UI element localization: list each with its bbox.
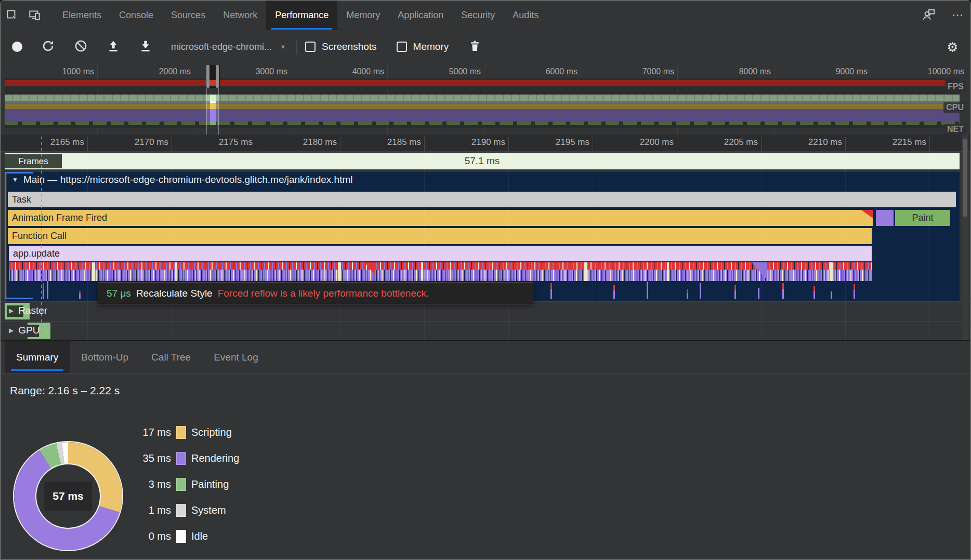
- legend-value: 0 ms: [119, 530, 171, 542]
- frame-duration-value: 57.1 ms: [5, 155, 960, 167]
- detail-ruler-tick: [929, 137, 930, 152]
- detail-ruler-label: 2170 ms: [90, 137, 168, 148]
- inspect-cursor-icon: [5, 8, 19, 22]
- legend-label: Painting: [191, 478, 229, 490]
- timeline-overview[interactable]: 1000 ms2000 ms3000 ms4000 ms5000 ms6000 …: [1, 64, 970, 135]
- performance-toolbar: microsoft-edge-chromi... ▼ Screenshots M…: [1, 31, 970, 63]
- detail-ruler-label: 2190 ms: [427, 137, 505, 148]
- tab-memory[interactable]: Memory: [337, 1, 389, 30]
- style-recalc-tick: [43, 283, 44, 299]
- track-selection-bracket-vertical: [5, 172, 6, 299]
- garbage-collect-button[interactable]: [468, 39, 481, 54]
- tab-console[interactable]: Console: [110, 1, 162, 30]
- legend-label: Rendering: [191, 452, 239, 464]
- disclosure-right-icon: ▶: [9, 307, 14, 314]
- legend-swatch-icon: [176, 452, 186, 465]
- disclosure-down-icon: ▼: [12, 176, 18, 183]
- detail-ruler-tick: [761, 137, 762, 152]
- toolbar-divider: [296, 39, 297, 55]
- overview-ruler-label: 10000 ms: [886, 67, 964, 76]
- overview-ruler-label: 7000 ms: [596, 67, 674, 76]
- more-options-button[interactable]: ⋯: [944, 1, 970, 30]
- main-thread-track[interactable]: ▼ Main — https://microsoft-edge-chromium…: [7, 172, 960, 301]
- style-recalc-tick: [758, 288, 759, 299]
- purple-wedge: [752, 262, 767, 280]
- detail-ruler-label: 2205 ms: [680, 137, 758, 148]
- main-track-header[interactable]: ▼ Main — https://microsoft-edge-chromium…: [12, 174, 352, 185]
- flame-bar-rendering-block[interactable]: [876, 210, 894, 226]
- recalculate-style-strip-bottom[interactable]: [9, 270, 872, 281]
- record-button[interactable]: [1, 42, 22, 52]
- detail-ruler-label: 2215 ms: [848, 137, 926, 148]
- flame-bar-app-update[interactable]: app.update: [9, 246, 872, 261]
- tab-network[interactable]: Network: [214, 1, 266, 30]
- legend-label: Idle: [191, 530, 208, 542]
- style-recalc-tick: [687, 289, 688, 299]
- flame-bar-task[interactable]: Task: [8, 192, 956, 207]
- tooltip-duration: 57 μs: [107, 288, 131, 299]
- detail-ruler-label: 2180 ms: [259, 137, 337, 148]
- details-tab-summary[interactable]: Summary: [5, 341, 70, 373]
- style-recalc-tick: [734, 285, 736, 299]
- caret-down-icon: ▼: [280, 44, 286, 50]
- detail-ruler-tick: [340, 137, 340, 152]
- tab-application[interactable]: Application: [389, 1, 452, 30]
- tab-security[interactable]: Security: [452, 1, 504, 30]
- flame-bar-function-call[interactable]: Function Call: [8, 228, 872, 244]
- settings-gear-button[interactable]: ⚙: [943, 31, 961, 63]
- detail-ruler-tick: [172, 137, 172, 152]
- tooltip-title: Recalculate Style: [136, 288, 213, 299]
- clear-recording-button[interactable]: [74, 39, 88, 55]
- legend-label: System: [191, 504, 226, 516]
- legend-value: 17 ms: [119, 426, 171, 438]
- record-icon: [12, 42, 22, 52]
- tab-audits[interactable]: Audits: [504, 1, 547, 30]
- frames-track[interactable]: Frames 57.1 ms: [5, 153, 960, 170]
- save-profile-button[interactable]: [139, 39, 152, 55]
- gpu-track-header[interactable]: ▶ GPU: [9, 325, 40, 336]
- selection-handle-left[interactable]: [206, 65, 209, 88]
- scrollbar-thumb[interactable]: [963, 139, 967, 217]
- memory-checkbox[interactable]: Memory: [397, 41, 449, 52]
- legend-value: 3 ms: [119, 478, 171, 490]
- track-selection-bracket-bottom: [5, 298, 33, 299]
- summary-pane: Range: 2.16 s – 2.22 s 57 ms 17 msScript…: [1, 374, 970, 560]
- details-tab-event-log[interactable]: Event Log: [202, 341, 270, 373]
- details-tab-call-tree[interactable]: Call Tree: [140, 341, 202, 373]
- load-profile-button[interactable]: [107, 39, 120, 55]
- detail-ruler[interactable]: 2165 ms2170 ms2175 ms2180 ms2185 ms2190 …: [1, 135, 970, 152]
- overview-ruler-label: 1000 ms: [16, 67, 94, 76]
- screenshots-checkbox[interactable]: Screenshots: [305, 41, 377, 52]
- paint-label: Paint: [912, 212, 933, 223]
- legend-row-painting: 3 msPainting: [119, 471, 239, 497]
- detail-ruler-tick: [424, 137, 425, 152]
- recalculate-style-strip-top[interactable]: [9, 262, 872, 270]
- legend-value: 57 ms: [119, 558, 171, 560]
- overview-ruler-label: 4000 ms: [306, 67, 384, 76]
- flame-bar-paint[interactable]: Paint: [895, 210, 950, 226]
- profile-select[interactable]: microsoft-edge-chromi... ▼: [171, 42, 286, 52]
- details-tab-bottom-up[interactable]: Bottom-Up: [70, 341, 140, 373]
- inspect-element-button[interactable]: [1, 1, 23, 30]
- device-toolbar-button[interactable]: [23, 1, 46, 30]
- row-divider: [1, 321, 970, 322]
- tab-sources[interactable]: Sources: [162, 1, 214, 30]
- tab-elements[interactable]: Elements: [54, 1, 110, 30]
- feedback-button[interactable]: [913, 1, 944, 30]
- style-recalc-tick: [831, 291, 832, 299]
- flame-bar-animation-frame-fired[interactable]: Animation Frame Fired: [8, 210, 873, 226]
- reload-and-record-button[interactable]: [41, 39, 55, 55]
- disclosure-right-icon: ▶: [9, 327, 14, 334]
- tab-performance[interactable]: Performance: [266, 1, 337, 30]
- devtools-tab-bar: ElementsConsoleSourcesNetworkPerformance…: [1, 1, 970, 30]
- function-call-label: Function Call: [12, 231, 67, 242]
- upload-arrow-icon: [107, 39, 120, 55]
- legend-label: Scripting: [191, 426, 232, 438]
- tab-bar-spacer: [547, 1, 913, 30]
- raster-track-header[interactable]: ▶ Raster: [9, 305, 47, 316]
- red-wedge: [364, 262, 375, 275]
- legend-swatch-icon: [176, 426, 186, 439]
- selection-handle-right[interactable]: [216, 65, 219, 88]
- download-arrow-icon: [139, 39, 152, 55]
- memory-checkbox-label: Memory: [413, 41, 449, 52]
